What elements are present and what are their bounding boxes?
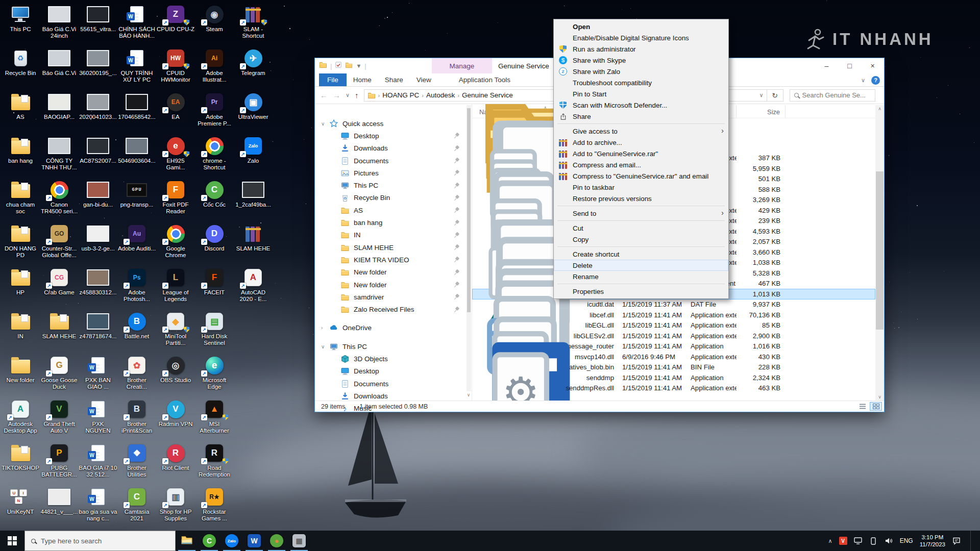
desktop-icon-adobe-premiere-p[interactable]: Pr↗Adobe Premiere P... — [195, 90, 234, 134]
clock[interactable]: 3:10 PM 11/7/2023 — [920, 534, 945, 548]
expander-chevron-icon[interactable]: ∨ — [321, 121, 329, 127]
desktop-icon-eh925-gami[interactable]: e↗EH925 Gami... — [156, 134, 195, 178]
minimize-button[interactable]: – — [815, 58, 838, 73]
desktop-icon-ultraviewer[interactable]: ▣↗UltraViewer — [234, 90, 273, 134]
desktop-icon-ch-nh-s-ch-b-o-h-nh[interactable]: WCHÍNH SÁCH BẢO HÀNH... — [117, 2, 156, 46]
menu-item-give-access-to[interactable]: Give access to› — [554, 126, 728, 137]
tab-file[interactable]: File — [319, 73, 347, 86]
desktop-icon-camtasia-2021[interactable]: C↗Camtasia 2021 — [117, 485, 156, 529]
desktop-icon-brother-utilities[interactable]: ❖↗Brother Utilities — [117, 441, 156, 485]
desktop-icon-bao-gia-sua-va-nang-c[interactable]: Wbao gia sua va nang c... — [79, 485, 117, 529]
tab-application-tools[interactable]: Application Tools — [452, 73, 517, 86]
menu-item-share-with-skype[interactable]: SShare with Skype — [554, 55, 728, 66]
refresh-button[interactable]: ↻ — [767, 89, 783, 102]
help-button[interactable]: ? — [871, 76, 880, 85]
menu-item-delete[interactable]: Delete — [554, 260, 728, 271]
sidebar-item-pictures[interactable]: Pictures — [315, 167, 472, 179]
menu-item-add-to-archive[interactable]: Add to archive... — [554, 137, 728, 148]
desktop-icon-slam-shortcut[interactable]: ↗SLAM - Shortcut — [234, 2, 273, 46]
desktop-icon-new-folder[interactable]: New folder — [1, 353, 40, 397]
phone-tray-icon[interactable] — [869, 537, 878, 545]
desktop-icon-steam[interactable]: ◉↗Steam — [195, 2, 234, 46]
desktop-icon-1-2caf49ba[interactable]: 1_2caf49ba... — [234, 178, 273, 221]
scroll-up-icon[interactable]: ∧ — [878, 106, 881, 111]
desktop-icon-faceit[interactable]: F↗FACEIT — [195, 265, 234, 309]
scrollbar-thumb[interactable] — [876, 171, 884, 330]
desktop-icon-pxk-ban-giao[interactable]: WPXK BAN GIAO ... — [79, 353, 117, 397]
desktop-icon-don-hang-pd[interactable]: DON HANG PD — [1, 221, 40, 265]
coc-coc-app-icon[interactable]: C — [198, 531, 220, 551]
desktop-icon-2020041023[interactable]: 2020041023... — [79, 90, 117, 134]
desktop-icon-adobe-auditi[interactable]: Au↗Adobe Auditi... — [117, 221, 156, 265]
desktop-icon-autocad-2020-e[interactable]: A↗AutoCAD 2020 - E... — [234, 265, 273, 309]
show-desktop-button[interactable] — [970, 531, 973, 551]
desktop-icon-hp[interactable]: HP — [1, 265, 40, 309]
desktop-icon-pxk-nguyen-han[interactable]: WPXK NGUYEN HAN — [79, 397, 117, 441]
desktop-icon-ban-hang[interactable]: ban hang — [1, 134, 40, 178]
menu-item-run-as-administrator[interactable]: Run as administrator — [554, 43, 728, 55]
menu-item-restore-previous-versions[interactable]: Restore previous versions — [554, 193, 728, 204]
tab-share[interactable]: Share — [378, 73, 410, 86]
word-app-icon[interactable]: W — [243, 531, 265, 551]
menu-item-share-with-zalo[interactable]: ZShare with Zalo — [554, 66, 728, 77]
hidden-icons-chevron-icon[interactable]: ∧ — [828, 538, 832, 544]
sidebar-item-documents[interactable]: Documents — [315, 378, 472, 390]
sidebar-item-in[interactable]: IN — [315, 229, 472, 241]
back-button[interactable]: ← — [320, 91, 328, 99]
desktop-icon-league-of-legends[interactable]: L↗League of Legends — [156, 265, 195, 309]
desktop-icon-microsoft-edge[interactable]: e↗Microsoft Edge — [195, 353, 234, 397]
desktop-icon-bao-gia-i7-10-32-512[interactable]: WBAO GIA i7 10 32 512... — [79, 441, 117, 485]
desktop-icon-44821-v[interactable]: 44821_v___... — [40, 485, 79, 529]
desktop-icon-unikeynt[interactable]: UINUniKeyNT — [1, 485, 40, 529]
sidebar-item-recycle-bin[interactable]: ♻Recycle Bin — [315, 192, 472, 204]
desktop-icon-slam-hehe[interactable]: SLAM HEHE — [234, 221, 273, 265]
browser-app-icon[interactable]: ● — [265, 531, 288, 551]
desktop-icon-b-o-gi-c-vi-24inch[interactable]: Báo Giá C.Vi 24inch — [40, 2, 79, 46]
desktop-icon-grand-theft-auto-v[interactable]: V↗Grand Theft Auto V — [40, 397, 79, 441]
desktop-icon-counter-str-global-offe[interactable]: GO↗Counter-Str... Global Offe... — [40, 221, 79, 265]
breadcrumb-item-autodesk[interactable]: Autodesk — [426, 91, 455, 99]
maximize-button[interactable]: □ — [838, 58, 861, 73]
sidebar-item-ban-hang[interactable]: ban hang — [315, 216, 472, 229]
menu-item-compress-and-email[interactable]: Compress and email... — [554, 159, 728, 170]
desktop-icon-55615-vitra[interactable]: 55615_vitra... — [79, 2, 117, 46]
expander-chevron-icon[interactable]: ∨ — [321, 344, 329, 349]
desktop-icon-discord[interactable]: D↗Discord — [195, 221, 234, 265]
sidebar-item-zalo-received-files[interactable]: Zalo Received Files — [315, 303, 472, 315]
scroll-down-icon[interactable]: ∨ — [878, 394, 881, 399]
qat-customize-chevron-icon[interactable]: ▼ — [356, 63, 361, 69]
desktop-icon-360200195[interactable]: 360200195_... — [79, 46, 117, 90]
desktop-icon-z478718674[interactable]: z478718674... — [79, 309, 117, 353]
desktop-icon-pubg-battlegr[interactable]: P↗PUBG BATTLEGR... — [40, 441, 79, 485]
ribbon-expand-chevron-icon[interactable]: ∨ — [861, 77, 865, 84]
desktop-icon-rockstar-games[interactable]: R★↗Rockstar Games ... — [195, 485, 234, 529]
sidebar-item-slam-hehe[interactable]: SLAM HEHE — [315, 241, 472, 254]
desktop-icon-tiktokshop[interactable]: TIKTOKSHOP — [1, 441, 40, 485]
sidebar-item-desktop[interactable]: Desktop — [315, 365, 472, 378]
nav-scroll-down-icon[interactable]: ∨ — [466, 392, 471, 399]
desktop-icon-zalo[interactable]: Zalo↗Zalo — [234, 134, 273, 178]
nav-scrollbar[interactable] — [467, 105, 471, 391]
menu-item-pin-to-taskbar[interactable]: Pin to taskbar — [554, 182, 728, 193]
desktop-icon-autodesk-desktop-app[interactable]: A↗Autodesk Desktop App — [1, 397, 40, 441]
sidebar-item-kiem-tra-video[interactable]: KIEM TRA VIDEO — [315, 254, 472, 266]
desktop-icon-shop-for-hp-supplies[interactable]: ▥↗Shop for HP Supplies — [156, 485, 195, 529]
sidebar-item-this-pc[interactable]: This PC — [315, 179, 472, 191]
desktop-icon-cpuid-hwmonitor[interactable]: HW↗CPUID HWMonitor — [156, 46, 195, 90]
desktop-icon-png-transp[interactable]: GPUpng-transp... — [117, 178, 156, 221]
sidebar-item-documents[interactable]: Documents — [315, 155, 472, 167]
menu-item-copy[interactable]: Copy — [554, 234, 728, 245]
desktop-icon-battle-net[interactable]: B↗Battle.net — [117, 309, 156, 353]
tab-view[interactable]: View — [410, 73, 438, 86]
desktop-icon-5046903604[interactable]: 5046903604... — [117, 134, 156, 178]
desktop-icon-usb-3-2-ge[interactable]: usb-3-2-ge... — [79, 221, 117, 265]
file-explorer-app-icon[interactable] — [176, 531, 198, 551]
desktop-icon-baogiap[interactable]: BAOGIAP... — [40, 90, 79, 134]
menu-item-open[interactable]: Open — [554, 21, 728, 32]
sidebar-item-this-pc[interactable]: ∨This PC — [315, 340, 472, 353]
desktop-icon-brother-creati[interactable]: ✿↗Brother Creati... — [117, 353, 156, 397]
desktop-icon-msi-afterburner[interactable]: ▲↗MSI Afterburner — [195, 397, 234, 441]
column-header-size[interactable]: Size — [737, 105, 786, 118]
menu-item-cut[interactable]: Cut — [554, 222, 728, 234]
sidebar-item-new-folder[interactable]: New folder — [315, 266, 472, 279]
